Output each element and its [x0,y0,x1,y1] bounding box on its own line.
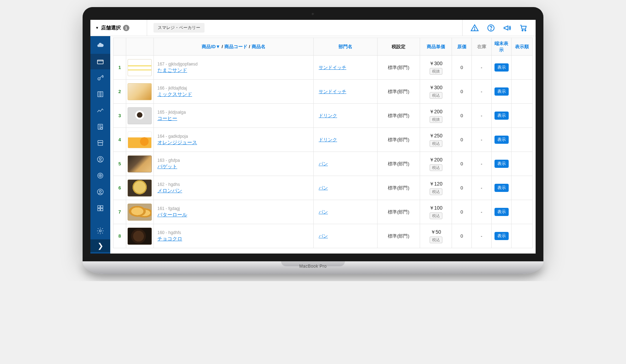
svg-point-5 [525,30,526,31]
svg-point-1 [474,29,475,30]
sidebar-item-cloud[interactable] [90,38,110,53]
product-thumbnail[interactable] [128,107,152,124]
department-link[interactable]: ドリンク [319,137,337,142]
row-display-cell: 表示 [492,224,512,248]
sidebar-item-analytics[interactable] [90,103,110,118]
product-name: たまごサンド [157,67,310,74]
sidebar-item-settings[interactable] [90,223,110,239]
sidebar-item-user[interactable] [90,152,110,167]
product-name-link[interactable]: メロンパン [157,188,182,193]
product-thumbnail[interactable] [128,180,152,197]
tax-mode-pill: 税込 [430,212,442,219]
row-cost-cell: 0 [452,200,472,224]
col-name-header[interactable]: 商品ID▼ / 商品コード / 商品名 [154,38,314,56]
col-stock-header[interactable]: 在庫 [472,38,492,56]
product-thumbnail[interactable] [128,83,152,100]
col-dept-header[interactable]: 部門名 [314,38,378,56]
sidebar-item-store[interactable] [90,135,110,151]
price-value: ￥100 [422,205,449,211]
price-value: ￥50 [422,229,449,235]
col-price-header[interactable]: 商品単価 [420,38,452,56]
row-tax-cell: 標準(部門) [378,200,420,224]
sidebar-item-products[interactable] [90,54,110,69]
product-thumbnail[interactable] [128,228,152,245]
cart-icon[interactable] [519,24,528,32]
table-row: 1 167 - gjklsdjgopfaesd たまごサンド サンドイッチ 標準… [113,56,533,80]
row-cost-cell: 0 [452,176,472,200]
help-icon[interactable] [487,24,495,32]
store-select-dropdown[interactable]: ▼ 店舗選択 1 [90,20,147,36]
product-name-link[interactable]: チョコクロ [157,236,182,241]
row-tax-cell: 標準(部門) [378,56,420,80]
col-order-header[interactable]: 表示順 [512,38,533,56]
product-name-link[interactable]: バゲット [157,164,177,169]
price-value: ￥200 [422,157,449,163]
col-display-header[interactable]: 端末表示 [492,38,512,56]
product-id-code: 160 - hgdhfs [157,230,310,235]
display-toggle-button[interactable]: 表示 [494,112,509,120]
department-link[interactable]: パン [319,209,328,215]
sidebar-item-account[interactable] [90,184,110,200]
sidebar-expand-button[interactable]: ❯ [90,239,110,252]
department-link[interactable]: サンドイッチ [319,89,346,94]
sidebar-item-key[interactable] [90,70,110,86]
row-tax-cell: 標準(部門) [378,176,420,200]
row-thumb-cell [126,128,154,152]
display-toggle-button[interactable]: 表示 [494,87,509,96]
row-stock-cell: - [472,176,492,200]
sidebar: ❯ [90,36,110,254]
row-thumb-cell [126,104,154,128]
row-name-cell: 167 - gjklsdjgopfaesd たまごサンド [154,56,314,80]
row-dept-cell: パン [314,176,378,200]
sidebar-item-target[interactable] [90,168,110,183]
product-name-link[interactable]: コーヒー [157,115,177,121]
product-id-code: 166 - jklfdajfldaj [157,86,310,91]
department-link[interactable]: パン [319,233,328,239]
chevron-right-icon: ❯ [97,241,104,250]
product-name-link[interactable]: たまごサンド [157,67,187,73]
row-index: 1 [113,56,126,80]
row-cost-cell: 0 [452,152,472,176]
product-thumbnail[interactable] [128,131,152,148]
display-toggle-button[interactable]: 表示 [494,184,509,192]
content-area: 商品ID▼ / 商品コード / 商品名 部門名 税設定 商品単価 [110,36,536,254]
row-display-cell: 表示 [492,104,512,128]
store-name-chip[interactable]: スマレジ・ベーカリー [147,20,205,36]
product-thumbnail[interactable] [128,155,152,172]
product-thumbnail[interactable] [128,59,152,76]
tax-mode-pill: 税込 [430,237,442,243]
col-tax-header[interactable]: 税設定 [378,38,420,56]
row-thumb-cell [126,176,154,200]
alert-icon[interactable] [470,24,479,32]
sidebar-item-grid[interactable] [90,200,110,216]
department-link[interactable]: ドリンク [319,113,337,118]
chevron-down-icon: ▼ [95,26,99,30]
display-toggle-button[interactable]: 表示 [494,208,509,216]
sidebar-item-report[interactable] [90,119,110,135]
svg-point-17 [99,190,101,192]
product-id-code: 165 - jkldjsalga [157,110,310,115]
display-toggle-button[interactable]: 表示 [494,63,509,72]
row-order-cell [512,224,533,248]
row-display-cell: 表示 [492,200,512,224]
display-toggle-button[interactable]: 表示 [494,160,509,168]
product-name-link[interactable]: オレンジジュース [157,140,197,145]
department-link[interactable]: サンドイッチ [319,65,346,70]
store-count-badge: 1 [123,25,129,31]
row-tax-cell: 標準(部門) [378,104,420,128]
sidebar-item-ledger[interactable] [90,86,110,102]
row-name-cell: 160 - hgdhfs チョコクロ [154,224,314,248]
product-name-link[interactable]: ミックスサンド [157,91,192,97]
col-cost-header[interactable]: 原価 [452,38,472,56]
department-link[interactable]: パン [319,185,328,190]
row-display-cell: 表示 [492,152,512,176]
display-toggle-button[interactable]: 表示 [494,232,509,240]
department-link[interactable]: パン [319,161,328,166]
display-toggle-button[interactable]: 表示 [494,136,509,144]
product-name-link[interactable]: バターロール [157,212,187,217]
product-thumbnail[interactable] [128,204,152,221]
table-row: 7 161 - fgdagj バターロール パン 標準(部門) ￥100 税込 … [113,200,533,224]
announce-icon[interactable] [503,24,512,32]
row-stock-cell: - [472,200,492,224]
table-row: 5 163 - gfsfpa バゲット パン 標準(部門) ￥200 税込 0 … [113,152,533,176]
